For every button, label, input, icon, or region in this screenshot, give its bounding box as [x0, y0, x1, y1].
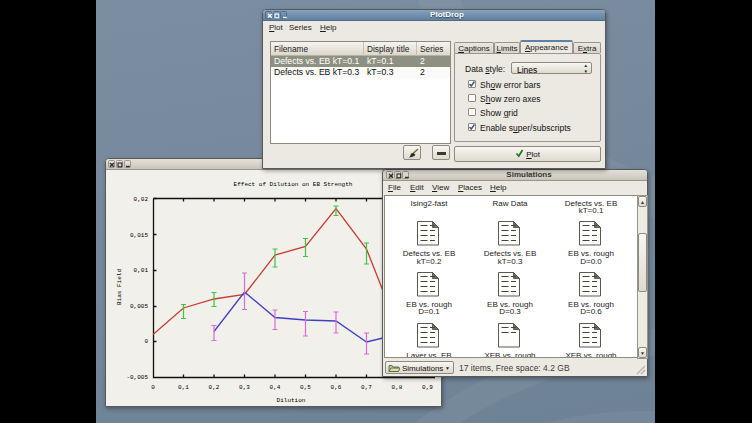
svg-text:Effect of Dilution on EB Stren: Effect of Dilution on EB Strength [234, 181, 353, 188]
svg-text:D=0.6: D=0.6 [580, 307, 602, 316]
svg-text:0,2: 0,2 [209, 384, 220, 391]
svg-text:D=0.0: D=0.0 [580, 257, 602, 266]
svg-text:0,8: 0,8 [392, 384, 403, 391]
svg-text:0,02: 0,02 [134, 196, 149, 203]
svg-text:0: 0 [151, 384, 155, 391]
svg-text:XEB vs. rough: XEB vs. rough [565, 351, 616, 359]
svg-text:D=0.1: D=0.1 [418, 307, 440, 316]
svg-text:Dilution: Dilution [277, 397, 306, 404]
svg-text:0,3: 0,3 [239, 384, 250, 391]
svg-text:Ising2-fast: Ising2-fast [411, 199, 449, 208]
svg-text:0,6: 0,6 [331, 384, 342, 391]
svg-text:0,9: 0,9 [422, 384, 433, 391]
svg-text:0,015: 0,015 [130, 232, 148, 239]
svg-text:kT=0.1: kT=0.1 [579, 206, 604, 215]
svg-text:0: 0 [144, 338, 148, 345]
svg-text:-0,005: -0,005 [126, 374, 148, 381]
svg-text:0,005: 0,005 [130, 303, 148, 310]
svg-text:0,01: 0,01 [134, 267, 149, 274]
svg-text:kT=0.2: kT=0.2 [417, 257, 442, 266]
svg-text:0,5: 0,5 [300, 384, 311, 391]
svg-text:0,7: 0,7 [361, 384, 372, 391]
svg-text:XEB vs. rough: XEB vs. rough [484, 351, 535, 359]
svg-text:Layer vs. EB: Layer vs. EB [406, 351, 451, 359]
svg-text:Raw Data: Raw Data [492, 199, 528, 208]
svg-text:0,1: 0,1 [178, 384, 189, 391]
svg-text:0,4: 0,4 [270, 384, 281, 391]
svg-text:D=0.3: D=0.3 [499, 307, 521, 316]
svg-text:kT=0.3: kT=0.3 [498, 257, 523, 266]
svg-text:Bias Field: Bias Field [116, 269, 123, 305]
